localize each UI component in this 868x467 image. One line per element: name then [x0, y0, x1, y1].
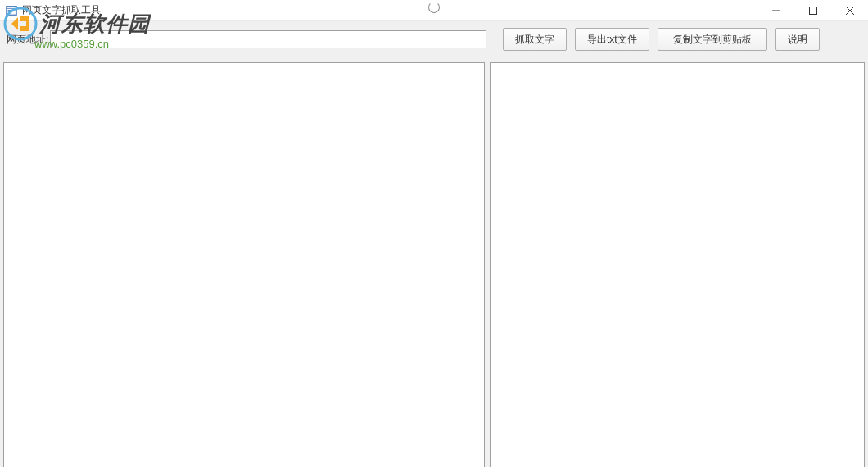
button-section: 抓取文字 导出txt文件 复制文字到剪贴板 说明	[495, 28, 865, 51]
window-controls	[757, 0, 868, 20]
app-icon	[5, 4, 18, 17]
loading-indicator	[428, 2, 440, 13]
window-titlebar: 网页文字抓取工具	[0, 0, 868, 21]
svg-rect-5	[809, 7, 816, 15]
copy-clipboard-button[interactable]: 复制文字到剪贴板	[658, 28, 767, 51]
url-section: 网页地址:	[3, 30, 486, 48]
titlebar-left: 网页文字抓取工具	[0, 3, 101, 17]
toolbar: 网页地址: 抓取文字 导出txt文件 复制文字到剪贴板 说明	[0, 21, 868, 57]
grab-text-button[interactable]: 抓取文字	[503, 28, 567, 51]
minimize-button[interactable]	[757, 0, 794, 21]
content-area	[0, 57, 868, 467]
close-button[interactable]	[831, 0, 868, 21]
webpage-panel[interactable]	[3, 62, 485, 467]
help-button[interactable]: 说明	[775, 28, 820, 51]
window-title: 网页文字抓取工具	[22, 3, 101, 17]
url-input[interactable]	[50, 30, 486, 48]
url-label: 网页地址:	[3, 33, 48, 47]
svg-rect-3	[8, 11, 12, 11]
spinner-icon	[428, 2, 440, 13]
export-txt-button[interactable]: 导出txt文件	[575, 28, 649, 51]
maximize-button[interactable]	[794, 0, 831, 21]
svg-rect-2	[8, 10, 11, 11]
text-output-panel[interactable]	[490, 62, 865, 467]
